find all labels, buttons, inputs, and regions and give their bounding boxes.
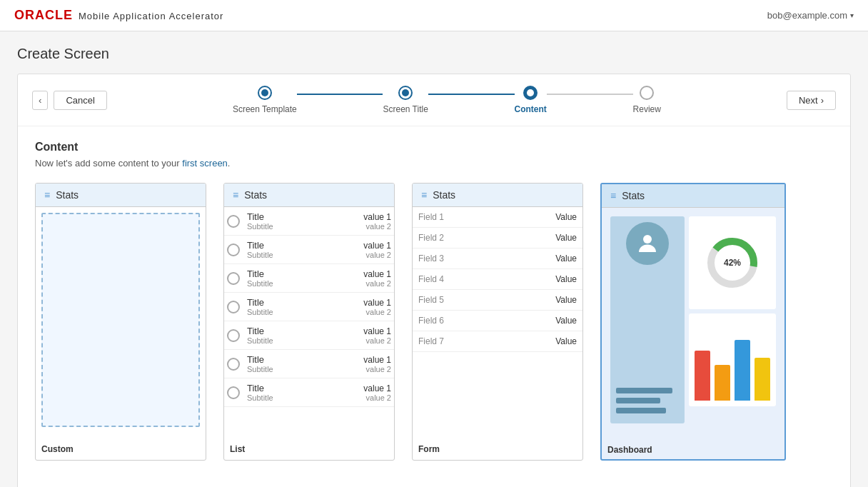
bar-3	[735, 340, 750, 401]
card-custom-title: Stats	[56, 189, 79, 201]
step-screen-title: Screen Title	[383, 86, 428, 114]
header-left: ORACLEMobile Application Accelerator	[14, 8, 223, 23]
list-item: Title Subtitle value 1 value 2	[224, 293, 394, 321]
bar-4	[755, 358, 770, 401]
dashboard-lines	[616, 388, 679, 418]
form-row-7: Field 7 Value	[413, 331, 582, 352]
content-area: Content Now let's add some content to yo…	[18, 126, 850, 487]
dashboard-left-panel	[610, 216, 685, 423]
card-dashboard-menu-icon: ≡	[610, 190, 616, 201]
dashboard-inner: 42%	[607, 214, 779, 426]
card-custom-header: ≡ Stats	[36, 184, 206, 207]
form-row-4: Field 4 Value	[413, 269, 582, 290]
card-custom-menu-icon: ≡	[44, 189, 50, 201]
card-custom-label: Custom	[36, 440, 206, 458]
step-review: Review	[633, 86, 661, 114]
user-menu[interactable]: bob@example.com ▾	[767, 10, 854, 21]
list-item: Title Subtitle value 1 value 2	[224, 378, 394, 407]
list-item-text-4: Title Subtitle	[247, 297, 363, 316]
list-item-text-1: Title Subtitle	[247, 211, 363, 231]
cancel-button[interactable]: Cancel	[54, 91, 106, 110]
list-item: Title Subtitle value 1 value 2	[224, 264, 394, 293]
card-form-title: Stats	[433, 189, 455, 201]
card-dashboard-header: ≡ Stats	[602, 184, 784, 208]
step-label-review: Review	[633, 104, 661, 114]
wizard-steps-bar: ‹ Cancel Screen Template Screen Title	[18, 74, 850, 126]
content-heading: Content	[35, 141, 833, 154]
card-list-body: Title Subtitle value 1 value 2 Titl	[224, 207, 394, 436]
list-radio-5	[227, 329, 240, 342]
donut-label: 42%	[724, 258, 741, 268]
step-circle-review	[640, 86, 654, 100]
user-dropdown-arrow: ▾	[850, 11, 854, 19]
list-radio-7	[227, 386, 240, 399]
app-name: Mobile Application Accelerator	[79, 11, 223, 21]
form-row-1: Field 1 Value	[413, 207, 582, 228]
dashboard-right-panel: 42%	[689, 216, 776, 423]
card-list[interactable]: ≡ Stats Title Subtitle value 1	[223, 183, 395, 461]
person-icon	[635, 231, 660, 256]
step-circle-screen-template	[258, 86, 272, 100]
card-dashboard-body: 42%	[602, 208, 784, 436]
card-list-label: List	[224, 440, 394, 458]
next-button[interactable]: Next ›	[787, 91, 836, 110]
page-title: Create Screen	[17, 46, 851, 62]
step-line-1	[297, 94, 383, 95]
step-content: Content	[515, 86, 547, 114]
dashboard-avatar	[626, 222, 669, 265]
header: ORACLEMobile Application Accelerator bob…	[0, 0, 868, 31]
step-line-2	[428, 94, 515, 95]
list-radio-2	[227, 244, 240, 256]
form-row-5: Field 5 Value	[413, 290, 582, 311]
card-dashboard[interactable]: ≡ Stats	[600, 183, 786, 461]
list-radio-6	[227, 358, 240, 371]
card-list-header: ≡ Stats	[224, 184, 394, 207]
card-list-title: Stats	[244, 189, 267, 201]
step-label-content: Content	[515, 104, 547, 114]
step-screen-template: Screen Template	[233, 86, 297, 114]
oracle-logo: ORACLEMobile Application Accelerator	[14, 8, 223, 23]
list-radio-4	[227, 301, 240, 313]
card-form[interactable]: ≡ Stats Field 1 Value Field 2 Value	[412, 183, 583, 461]
list-item-text-3: Title Subtitle	[247, 268, 363, 288]
custom-placeholder	[41, 213, 200, 427]
step-circle-screen-title	[398, 86, 413, 100]
card-custom-body	[36, 207, 206, 436]
card-custom[interactable]: ≡ Stats Custom	[35, 183, 206, 461]
next-label: Next	[799, 95, 818, 106]
dashboard-bar-chart	[689, 313, 776, 406]
step-line-3	[547, 94, 633, 95]
steps-track: Screen Template Screen Title C	[107, 86, 787, 114]
donut-container: 42%	[704, 234, 761, 291]
list-item: Title Subtitle value 1 value 2	[224, 350, 394, 378]
cards-row: ≡ Stats Custom ≡ Stats	[35, 183, 833, 475]
bar-1	[695, 351, 710, 401]
list-item: Title Subtitle value 1 value 2	[224, 236, 394, 264]
dash-line-1	[616, 388, 672, 393]
step-label-screen-title: Screen Title	[383, 104, 428, 114]
form-row-3: Field 3 Value	[413, 248, 582, 269]
dash-line-3	[616, 408, 666, 413]
list-item-text-7: Title Subtitle	[247, 383, 363, 402]
first-screen-link[interactable]: first screen	[182, 158, 228, 169]
wizard-box: ‹ Cancel Screen Template Screen Title	[17, 74, 851, 487]
page: Create Screen ‹ Cancel Screen Template	[0, 31, 868, 487]
content-description: Now let's add some content to your first…	[35, 158, 833, 169]
card-form-header: ≡ Stats	[413, 184, 582, 207]
list-radio-3	[227, 272, 240, 285]
list-item: Title Subtitle value 1 value 2	[224, 321, 394, 350]
list-item-text-5: Title Subtitle	[247, 326, 363, 345]
user-email: bob@example.com	[767, 10, 847, 21]
dashboard-donut-chart: 42%	[689, 216, 776, 309]
card-form-menu-icon: ≡	[421, 189, 427, 201]
form-row-2: Field 2 Value	[413, 228, 582, 248]
card-dashboard-title: Stats	[622, 190, 645, 201]
prev-button[interactable]: ‹	[32, 91, 48, 110]
form-row-6: Field 6 Value	[413, 311, 582, 331]
list-item-text-6: Title Subtitle	[247, 354, 363, 373]
step-circle-content	[523, 86, 538, 100]
card-form-body: Field 1 Value Field 2 Value Field 3 Valu…	[413, 207, 582, 436]
next-arrow: ›	[821, 95, 824, 106]
bar-2	[715, 365, 730, 401]
list-radio-1	[227, 215, 240, 228]
